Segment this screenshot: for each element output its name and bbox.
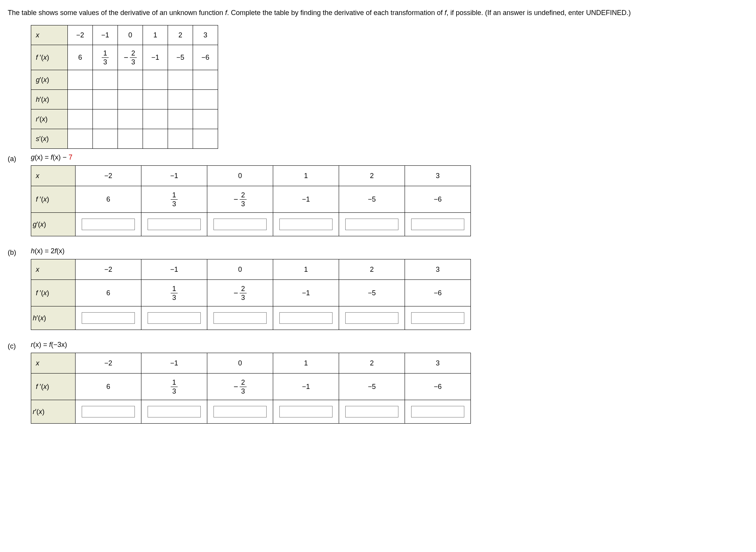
- fprime-val: −1: [273, 186, 339, 213]
- table-cell: [168, 90, 193, 109]
- rprime-input-0[interactable]: [82, 406, 135, 417]
- gprime-row: g′(x): [31, 70, 218, 90]
- hprime-row: h′(x): [31, 90, 218, 109]
- x-val: 0: [207, 353, 273, 374]
- hprime-label: h′(x): [31, 306, 76, 330]
- gprime-input-2[interactable]: [213, 219, 267, 230]
- fprime-val: 13: [141, 374, 207, 400]
- gprime-input-4[interactable]: [345, 219, 398, 230]
- fprime-row: f ′(x) 6 13 −23 −1 −5 −6: [31, 280, 471, 306]
- x-val: −1: [141, 353, 207, 374]
- table-cell: [93, 109, 118, 129]
- x-val: 2: [168, 25, 193, 45]
- x-val: 3: [405, 353, 471, 374]
- x-val: −2: [76, 166, 141, 186]
- x-row: x −2 −1 0 1 2 3: [31, 25, 218, 45]
- hprime-input-4[interactable]: [345, 312, 398, 324]
- instructions: The table shows some values of the deriv…: [8, 8, 748, 18]
- x-val: 0: [207, 166, 273, 186]
- fprime-val: 6: [76, 374, 141, 400]
- x-val: 0: [118, 25, 143, 45]
- fprime-label: f ′(x): [31, 280, 76, 306]
- part-c: (c) r(x) = f(−3x) x −2 −1 0 1 2 3 f ′(x)…: [8, 341, 748, 424]
- x-row: x −2 −1 0 1 2 3: [31, 353, 471, 374]
- x-val: 1: [273, 259, 339, 280]
- fprime-val: −6: [193, 45, 218, 70]
- fprime-val: −1: [273, 374, 339, 400]
- fprime-val: −1: [143, 45, 168, 70]
- gprime-input-0[interactable]: [82, 219, 135, 230]
- gprime-input-1[interactable]: [148, 219, 201, 230]
- table-cell: [193, 129, 218, 149]
- table-cell: [118, 70, 143, 90]
- table-cell: [193, 70, 218, 90]
- fprime-val: 6: [68, 45, 93, 70]
- gprime-label: g′(x): [31, 70, 68, 90]
- fprime-val: −6: [405, 186, 471, 213]
- table-cell: [143, 70, 168, 90]
- gprime-label: g′(x): [31, 213, 76, 236]
- constant-a: 7: [69, 153, 72, 161]
- gprime-input-3[interactable]: [279, 219, 333, 230]
- table-cell: [143, 129, 168, 149]
- rprime-label: r′(x): [31, 400, 76, 424]
- hprime-input-0[interactable]: [82, 312, 135, 324]
- table-cell: [168, 129, 193, 149]
- formula-c: r(x) = f(−3x): [31, 341, 748, 349]
- fprime-label: f ′(x): [31, 374, 76, 400]
- table-a: x −2 −1 0 1 2 3 f ′(x) 6 13 −23 −1 −5 −6…: [31, 165, 471, 236]
- sprime-row: s′(x): [31, 129, 218, 149]
- table-cell: [143, 90, 168, 109]
- part-b: (b) h(x) = 2f(x) x −2 −1 0 1 2 3 f ′(x) …: [8, 247, 748, 330]
- instr-text-1: The table shows some values of the deriv…: [8, 9, 225, 17]
- fprime-val: 13: [141, 186, 207, 213]
- fprime-val: −5: [339, 186, 405, 213]
- hprime-input-2[interactable]: [213, 312, 267, 324]
- x-val: −2: [76, 259, 141, 280]
- table-cell: [143, 109, 168, 129]
- fprime-row: f ′(x) 6 13 −23 −1 −5 −6: [31, 186, 471, 213]
- table-cell: [118, 109, 143, 129]
- fprime-val: −5: [339, 280, 405, 306]
- rprime-input-4[interactable]: [345, 406, 398, 417]
- table-cell: [168, 109, 193, 129]
- fprime-val: −23: [118, 45, 143, 70]
- fprime-val: −6: [405, 374, 471, 400]
- fprime-val: 13: [93, 45, 118, 70]
- fprime-val: −5: [168, 45, 193, 70]
- table-cell: [68, 70, 93, 90]
- x-val: −2: [68, 25, 93, 45]
- rprime-input-3[interactable]: [279, 406, 333, 417]
- x-label: x: [31, 25, 68, 45]
- table-cell: [93, 90, 118, 109]
- x-val: 3: [405, 166, 471, 186]
- sprime-label: s′(x): [31, 129, 68, 149]
- hprime-input-5[interactable]: [411, 312, 464, 324]
- x-val: 2: [339, 259, 405, 280]
- x-val: −2: [76, 353, 141, 374]
- gprime-input-5[interactable]: [411, 219, 464, 230]
- fprime-row: f ′(x) 6 13 −23 −1 −5 −6: [31, 45, 218, 70]
- table-cell: [68, 129, 93, 149]
- rprime-input-1[interactable]: [148, 406, 201, 417]
- fprime-val: 6: [76, 186, 141, 213]
- x-val: 1: [143, 25, 168, 45]
- x-val: 0: [207, 259, 273, 280]
- hprime-input-row: h′(x): [31, 306, 471, 330]
- table-cell: [93, 70, 118, 90]
- hprime-input-1[interactable]: [148, 312, 201, 324]
- formula-b: h(x) = 2f(x): [31, 247, 748, 255]
- table-c: x −2 −1 0 1 2 3 f ′(x) 6 13 −23 −1 −5 −6…: [31, 353, 471, 424]
- hprime-input-3[interactable]: [279, 312, 333, 324]
- x-val: 1: [273, 166, 339, 186]
- hprime-label: h′(x): [31, 90, 68, 109]
- x-row: x −2 −1 0 1 2 3: [31, 166, 471, 186]
- rprime-input-5[interactable]: [411, 406, 464, 417]
- table-cell: [118, 129, 143, 149]
- fprime-val: −5: [339, 374, 405, 400]
- fprime-val: 6: [76, 280, 141, 306]
- table-cell: [193, 109, 218, 129]
- rprime-input-2[interactable]: [213, 406, 267, 417]
- fprime-label: f ′(x): [31, 45, 68, 70]
- part-c-label: (c): [8, 341, 31, 350]
